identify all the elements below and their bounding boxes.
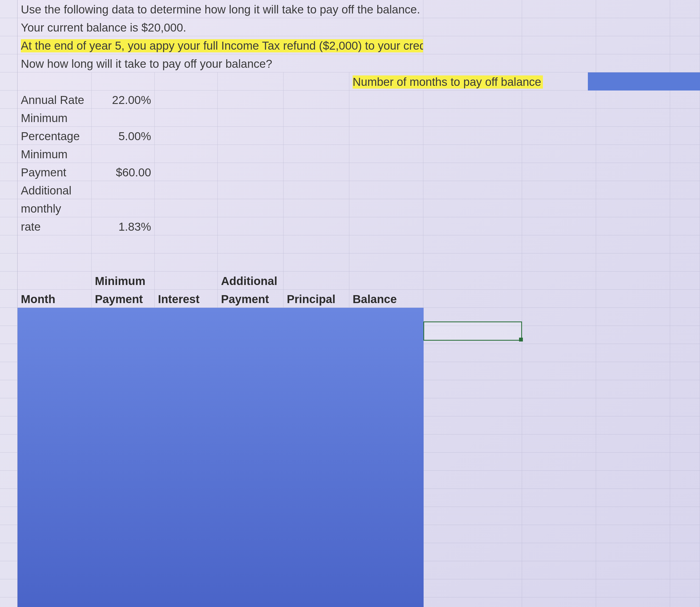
cell[interactable]	[18, 253, 91, 272]
cell[interactable]	[522, 326, 596, 344]
cell[interactable]	[670, 507, 700, 525]
cell[interactable]	[423, 253, 522, 272]
cell[interactable]	[522, 90, 596, 109]
cell[interactable]	[218, 163, 283, 181]
cell[interactable]	[670, 253, 700, 272]
cell[interactable]	[522, 0, 596, 18]
cell[interactable]	[670, 235, 700, 253]
cell[interactable]	[218, 90, 283, 109]
cell[interactable]	[283, 235, 349, 253]
cell[interactable]	[670, 435, 700, 453]
cell[interactable]	[349, 181, 423, 199]
row-header[interactable]	[0, 561, 18, 579]
cell[interactable]	[283, 145, 349, 163]
row-header[interactable]	[0, 380, 18, 398]
minimum-label-2[interactable]: Minimum	[18, 145, 91, 163]
cell[interactable]	[522, 199, 596, 217]
cell[interactable]	[423, 598, 522, 607]
cell[interactable]	[155, 217, 218, 235]
active-cell-selection[interactable]	[423, 321, 522, 341]
row-header[interactable]	[0, 72, 18, 90]
cell[interactable]	[283, 181, 349, 199]
cell[interactable]	[218, 217, 283, 235]
cell[interactable]	[423, 109, 522, 127]
row-header[interactable]	[0, 18, 18, 36]
cell[interactable]	[596, 344, 670, 362]
cell[interactable]	[522, 290, 596, 308]
cell[interactable]	[423, 163, 522, 181]
row-header[interactable]	[0, 127, 18, 145]
row-header[interactable]	[0, 217, 18, 235]
cell[interactable]	[596, 90, 670, 109]
cell[interactable]	[349, 217, 423, 235]
cell[interactable]	[670, 344, 700, 362]
cell[interactable]	[423, 199, 522, 217]
cell[interactable]	[596, 380, 670, 398]
row-header[interactable]	[0, 398, 18, 416]
cell[interactable]	[670, 36, 700, 54]
cell[interactable]	[349, 90, 423, 109]
cell[interactable]	[670, 362, 700, 380]
cell[interactable]	[670, 145, 700, 163]
cell[interactable]	[670, 18, 700, 36]
cell[interactable]	[670, 525, 700, 543]
cell[interactable]	[423, 543, 522, 561]
cell[interactable]	[18, 235, 91, 253]
cell[interactable]	[155, 145, 218, 163]
cell[interactable]	[91, 109, 155, 127]
cell[interactable]	[423, 290, 522, 308]
cell[interactable]	[670, 199, 700, 217]
cell[interactable]	[596, 398, 670, 416]
row-header[interactable]	[0, 54, 18, 72]
cell[interactable]	[522, 235, 596, 253]
row-header[interactable]	[0, 90, 18, 109]
cell[interactable]	[349, 272, 423, 290]
row-header[interactable]	[0, 579, 18, 598]
percentage-value[interactable]: 5.00%	[91, 127, 155, 145]
cell[interactable]	[670, 380, 700, 398]
annual-rate-value[interactable]: 22.00%	[91, 90, 155, 109]
cell[interactable]	[218, 109, 283, 127]
cell[interactable]	[522, 145, 596, 163]
cell[interactable]	[91, 199, 155, 217]
row-header[interactable]	[0, 109, 18, 127]
cell[interactable]	[596, 127, 670, 145]
cell[interactable]	[91, 145, 155, 163]
cell[interactable]	[596, 181, 670, 199]
cell[interactable]	[670, 416, 700, 435]
cell[interactable]	[218, 181, 283, 199]
cell[interactable]	[522, 507, 596, 525]
cell[interactable]	[596, 561, 670, 579]
cell[interactable]	[596, 416, 670, 435]
payment-value[interactable]: $60.00	[91, 163, 155, 181]
cell[interactable]	[522, 561, 596, 579]
cell[interactable]	[522, 579, 596, 598]
cell[interactable]	[349, 109, 423, 127]
row-header[interactable]	[0, 362, 18, 380]
header-payment[interactable]: Payment	[91, 290, 155, 308]
cell[interactable]	[522, 109, 596, 127]
cell[interactable]	[423, 507, 522, 525]
cell[interactable]	[349, 253, 423, 272]
header-balance[interactable]: Balance	[349, 290, 423, 308]
cell[interactable]	[218, 127, 283, 145]
row-header[interactable]	[0, 181, 18, 199]
payment-label[interactable]: Payment	[18, 163, 91, 181]
cell[interactable]	[596, 163, 670, 181]
cell[interactable]	[596, 272, 670, 290]
cell[interactable]	[670, 398, 700, 416]
row-header[interactable]	[0, 0, 18, 18]
row-header[interactable]	[0, 598, 18, 607]
cell[interactable]	[283, 72, 349, 90]
cell[interactable]	[596, 217, 670, 235]
cell[interactable]	[596, 598, 670, 607]
cell[interactable]	[522, 181, 596, 199]
cell[interactable]	[670, 54, 700, 72]
cell[interactable]	[596, 145, 670, 163]
cell[interactable]	[670, 453, 700, 471]
cell[interactable]	[155, 90, 218, 109]
cell[interactable]	[283, 253, 349, 272]
cell[interactable]	[423, 127, 522, 145]
cell[interactable]	[596, 36, 670, 54]
cell[interactable]	[596, 507, 670, 525]
